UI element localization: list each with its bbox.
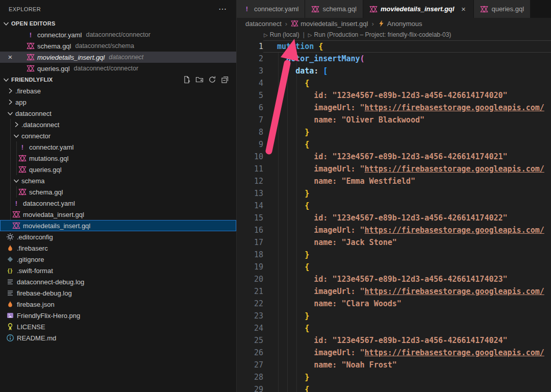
code-line: 20 id: "123e4567-e89b-12d3-a456-42661417… <box>237 273 551 285</box>
tree-item-moviedetails-insert-gql[interactable]: moviedetails_insert.gql <box>0 220 236 231</box>
open-editor-item[interactable]: schema.gql dataconnect/schema <box>0 40 236 52</box>
open-editors-header[interactable]: OPEN EDITORS <box>0 18 236 29</box>
code-line: 21 imageUrl: "https://firebasestorage.go… <box>237 285 551 298</box>
tree-item-moviedata-insert-gql[interactable]: moviedata_insert.gql <box>0 209 236 220</box>
tree-item-app[interactable]: app <box>0 96 236 108</box>
graphql-icon <box>291 20 300 28</box>
tree-item-label: LICENSE <box>17 323 45 331</box>
refresh-icon[interactable] <box>208 76 216 84</box>
open-editor-item[interactable]: ! connector.yaml dataconnect/connector <box>0 29 236 40</box>
tab-queries-gql[interactable]: queries.gql <box>474 0 530 18</box>
line-number: 14 <box>237 200 263 212</box>
code-line: 24 { <box>237 322 551 334</box>
line-number: 20 <box>237 273 263 285</box>
tree-item--firebaserc[interactable]: .firebaserc <box>0 242 236 254</box>
tree-item-label: .firebaserc <box>17 244 48 252</box>
file-tree: .firebase app dataconnect .dataconnect c… <box>0 85 236 344</box>
line-number: 26 <box>237 347 263 359</box>
code-line: 22 name: "Clara Woods" <box>237 298 551 310</box>
tree-item-schema[interactable]: schema <box>0 175 236 186</box>
tree-item-label: FriendlyFlix-Hero.png <box>17 312 80 320</box>
graphql-icon <box>12 210 23 218</box>
breadcrumb-item[interactable]: Anonymous <box>378 20 422 28</box>
tree-item-dataconnect-yaml[interactable]: !dataconnect.yaml <box>0 198 236 209</box>
collapse-all-icon[interactable] <box>221 76 229 84</box>
breadcrumb-label: Anonymous <box>387 20 422 28</box>
new-folder-icon[interactable] <box>195 76 204 84</box>
new-file-icon[interactable] <box>183 76 191 84</box>
tree-item-label: mutations.gql <box>29 155 68 162</box>
workspace-header[interactable]: FRIENDLYFLIX <box>0 74 236 85</box>
tree-item-label: moviedata_insert.gql <box>23 211 84 218</box>
chevron-right-icon <box>6 87 14 95</box>
tree-item-friendlyflix-hero-png[interactable]: FriendlyFlix-Hero.png <box>0 310 236 321</box>
tree-item-label: firebase-debug.log <box>17 289 72 297</box>
flame-icon <box>6 300 17 308</box>
codelens-separator: | <box>303 31 305 38</box>
line-number: 21 <box>237 285 263 298</box>
code-line: 17 name: "Jack Stone" <box>237 236 551 249</box>
code-line: 9 { <box>237 138 551 151</box>
breadcrumb-item[interactable]: dataconnect <box>245 20 282 28</box>
codelens-link-run-local[interactable]: ▷ Run (local) <box>264 31 299 38</box>
close-icon[interactable]: × <box>459 5 467 13</box>
tree-item-queries-gql[interactable]: queries.gql <box>0 164 236 175</box>
tree-item-label: connector.yaml <box>29 143 73 151</box>
tree-item-license[interactable]: LICENSE <box>0 321 236 332</box>
code-line: 1 mutation { <box>237 40 551 53</box>
code-editor[interactable]: ▷ Run (local) | ▷ Run (Production – Proj… <box>237 29 551 392</box>
tab-label: queries.gql <box>491 5 524 13</box>
tree-item-label: queries.gql <box>29 166 62 174</box>
tree-item-connector[interactable]: connector <box>0 130 236 141</box>
open-editor-item[interactable]: × moviedetails_insert.gql dataconnect <box>0 52 236 63</box>
tab-moviedetails-insert-gql[interactable]: moviedetails_insert.gql × <box>363 0 474 18</box>
codelens-link-run-production[interactable]: ▷ Run (Production – Project: friendly-fl… <box>308 31 452 38</box>
tree-item-firebase-debug-log[interactable]: firebase-debug.log <box>0 287 236 299</box>
code-line: 25 id: "123e4567-e89b-12d3-a456-42661417… <box>237 334 551 347</box>
line-number: 29 <box>237 383 263 392</box>
gear-icon <box>6 233 17 241</box>
close-icon[interactable]: × <box>6 52 14 63</box>
line-number: 19 <box>237 261 263 273</box>
code-line: 11 imageUrl: "https://firebasestorage.go… <box>237 163 551 175</box>
more-actions-icon[interactable]: ⋯ <box>218 7 227 12</box>
tree-item-label: app <box>15 99 27 106</box>
tree-item--editorconfig[interactable]: .editorconfig <box>0 231 236 242</box>
graphql-icon <box>311 5 322 13</box>
tree-item-mutations-gql[interactable]: mutations.gql <box>0 153 236 164</box>
breadcrumb-item[interactable]: moviedetails_insert.gql <box>291 20 368 28</box>
tree-item-label: README.md <box>17 334 56 342</box>
line-number: 4 <box>237 77 263 89</box>
tree-item-firebase-json[interactable]: firebase.json <box>0 299 236 310</box>
graphql-icon <box>18 188 29 196</box>
chevron-down-icon <box>12 132 20 140</box>
tree-item-dataconnect-debug-log[interactable]: dataconnect-debug.log <box>0 276 236 287</box>
file-path: dataconnect/connector <box>74 65 138 72</box>
tree-item-connector-yaml[interactable]: !connector.yaml <box>0 141 236 153</box>
line-number: 5 <box>237 89 263 102</box>
tree-item-readme-md[interactable]: README.md <box>0 332 236 344</box>
tree-item--gitignore[interactable]: .gitignore <box>0 254 236 265</box>
tree-item--dataconnect[interactable]: .dataconnect <box>0 119 236 130</box>
tree-item-dataconnect[interactable]: dataconnect <box>0 108 236 119</box>
line-number: 8 <box>237 126 263 138</box>
tab-label: schema.gql <box>322 5 356 13</box>
tree-item-label: dataconnect.yaml <box>23 200 75 207</box>
tree-item--swift-format[interactable]: {}.swift-format <box>0 265 236 276</box>
yaml-warning-icon: ! <box>18 143 29 151</box>
breadcrumb-label: moviedetails_insert.gql <box>300 20 368 28</box>
line-number: 22 <box>237 298 263 310</box>
open-editor-item[interactable]: queries.gql dataconnect/connector <box>0 63 236 74</box>
braces-icon: {} <box>6 266 17 275</box>
tree-item--firebase[interactable]: .firebase <box>0 85 236 96</box>
play-icon: ▷ <box>264 32 268 38</box>
chevron-down-icon <box>6 109 14 117</box>
chevron-down-icon <box>2 19 10 28</box>
info-icon <box>6 334 17 342</box>
code-line: 12 name: "Emma Westfield" <box>237 175 551 187</box>
chevron-right-icon <box>6 98 14 106</box>
tab-connector-yaml[interactable]: !connector.yaml <box>237 0 305 18</box>
tree-item-schema-gql[interactable]: schema.gql <box>0 186 236 198</box>
line-number: 11 <box>237 163 263 175</box>
tab-schema-gql[interactable]: schema.gql <box>305 0 362 18</box>
